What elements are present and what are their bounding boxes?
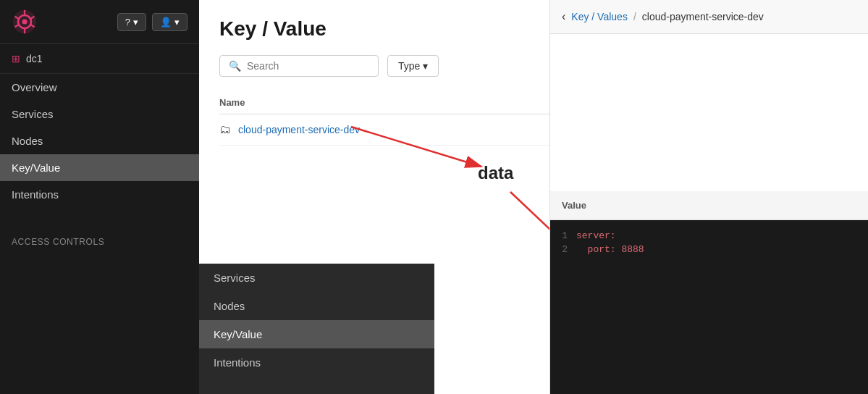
data-annotation-label: data	[478, 163, 513, 183]
access-controls-label: Access Controls	[0, 225, 199, 253]
code-line-1: 1 server:	[550, 229, 868, 243]
datacenter-label: ⊞ dc1	[0, 44, 199, 74]
datacenter-icon: ⊞	[12, 53, 20, 64]
search-input[interactable]	[247, 60, 369, 72]
code-key-2: port:	[576, 244, 616, 255]
user-icon: 👤	[160, 17, 172, 28]
sidebar-item-nodes[interactable]: Nodes	[0, 127, 199, 154]
overlay-nav-nodes[interactable]: Nodes	[199, 292, 434, 320]
help-button[interactable]: ? ▾	[117, 13, 146, 31]
breadcrumb-current: cloud-payment-service-dev	[642, 11, 764, 22]
folder-icon: 🗂	[219, 123, 231, 136]
overlay-nav-keyvalue[interactable]: Key/Value	[199, 320, 434, 348]
type-chevron-icon: ▾	[423, 60, 428, 72]
sidebar-item-key-value[interactable]: Key/Value	[0, 154, 199, 181]
search-icon: 🔍	[229, 60, 241, 72]
code-val-2: 8888	[616, 244, 644, 255]
sidebar-item-services[interactable]: Services	[0, 101, 199, 127]
breadcrumb: ‹ Key / Values / cloud-payment-service-d…	[550, 0, 868, 34]
breadcrumb-root-link[interactable]: Key / Values	[571, 11, 628, 22]
user-button[interactable]: 👤 ▾	[152, 13, 187, 31]
col-name-label: Name	[219, 97, 245, 108]
sidebar-item-overview[interactable]: Overview	[0, 74, 199, 101]
breadcrumb-separator: /	[633, 11, 636, 22]
detail-empty-area	[550, 34, 868, 191]
main-content: Key / Value 🔍 Type ▾ Name 🗂 cloud-paymen…	[199, 0, 868, 394]
header-actions: ? ▾ 👤 ▾	[117, 13, 187, 31]
code-line-2: 2 port: 8888	[550, 243, 868, 256]
line-number-2: 2	[550, 244, 576, 255]
overlay-nav-services[interactable]: Services	[199, 264, 434, 292]
svg-point-2	[22, 19, 27, 24]
sidebar-item-intentions[interactable]: Intentions	[0, 181, 199, 208]
access-controls-section: Access Controls	[0, 225, 199, 253]
help-btn-chevron: ▾	[133, 17, 138, 28]
consul-logo-icon	[12, 9, 38, 35]
overlay-nav: Services Nodes Key/Value Intentions	[199, 264, 434, 394]
back-icon[interactable]: ‹	[562, 10, 565, 23]
row-name: cloud-payment-service-dev	[238, 124, 360, 135]
code-editor: 1 server: 2 port: 8888	[550, 220, 868, 395]
question-mark-icon: ?	[125, 17, 130, 28]
user-btn-chevron: ▾	[174, 17, 180, 28]
line-number-1: 1	[550, 230, 576, 241]
detail-panel: ‹ Key / Values / cloud-payment-service-d…	[549, 0, 868, 394]
sidebar-header: ? ▾ 👤 ▾	[0, 0, 199, 44]
value-header: Value	[550, 191, 868, 220]
type-btn-label: Type	[398, 60, 420, 72]
search-box[interactable]: 🔍	[219, 55, 379, 77]
overlay-nav-intentions[interactable]: Intentions	[199, 348, 434, 377]
type-filter-button[interactable]: Type ▾	[387, 55, 439, 77]
sidebar-nav: Overview Services Nodes Key/Value Intent…	[0, 74, 199, 208]
sidebar: ? ▾ 👤 ▾ ⊞ dc1 Overview Services Nodes Ke…	[0, 0, 199, 394]
code-key-1: server:	[576, 230, 616, 241]
